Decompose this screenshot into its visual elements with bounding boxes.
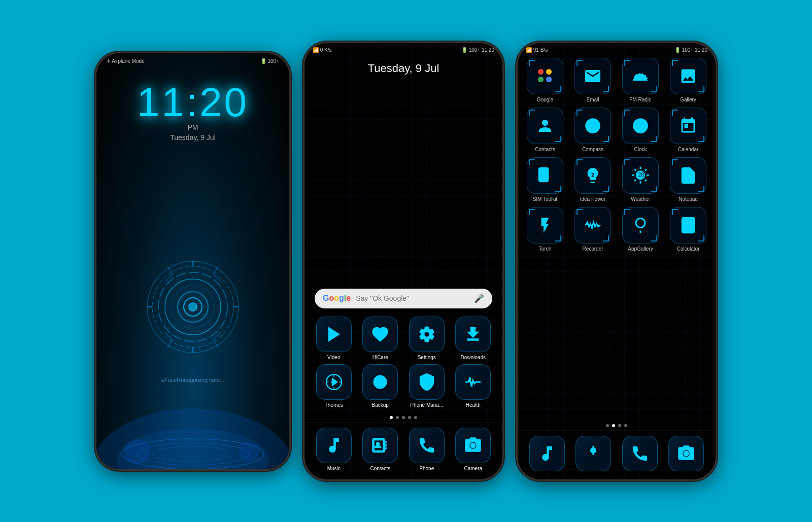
svg-point-20: [331, 379, 336, 384]
settings-icon: [409, 317, 445, 352]
app-health[interactable]: Health: [452, 364, 495, 408]
compass-icon: N: [574, 108, 611, 144]
drawer-ideapower[interactable]: 2 Idea Power: [571, 157, 614, 202]
home-time: 🔋 100+ 11:20: [461, 47, 494, 53]
drawer-dock-contacts[interactable]: [572, 436, 615, 471]
drawer-dock-camera[interactable]: [665, 436, 708, 471]
drawer-page-dots: [518, 424, 716, 427]
drawer-clock[interactable]: Clock: [619, 108, 662, 152]
backup-label: Backup: [372, 402, 389, 408]
contacts-dock-icon: [362, 428, 398, 463]
dot-2: [396, 416, 399, 419]
drawer-appgallery[interactable]: AppGallery: [619, 207, 662, 252]
app-backup[interactable]: Backup: [359, 364, 402, 408]
dot-1: [390, 416, 393, 419]
drawer-time: 🔋 100+ 11:20: [674, 47, 707, 53]
calendar-label: Calendar: [678, 147, 699, 152]
drawer-notepad[interactable]: Notepad: [667, 157, 709, 202]
drawer-simtoolkit[interactable]: SIM Toolkit: [524, 157, 566, 202]
phone-lockscreen: ✈ Airplane Mode 🔋 100+ 11:20 PM Tuesday,…: [96, 53, 289, 469]
video-icon: [316, 317, 352, 352]
torch-icon: [527, 207, 563, 243]
lock-time: 11:20: [137, 79, 249, 126]
appgallery-label: AppGallery: [628, 246, 653, 252]
phone-appdrawer: 📶 91 B/s 🔋 100+ 11:20 Google: [518, 43, 716, 479]
drawer-dot-2: [612, 424, 615, 427]
drawer-fmradio[interactable]: FM FM Radio: [619, 58, 662, 102]
drawer-torch[interactable]: Torch: [524, 207, 566, 252]
clock-icon: [622, 108, 659, 144]
dock: Music Contacts Phone: [304, 422, 502, 479]
fmradio-label: FM Radio: [629, 97, 651, 102]
app-hicare[interactable]: HiCare: [359, 317, 402, 360]
downloads-icon: [455, 317, 491, 352]
simtoolkit-label: SIM Toolkit: [533, 196, 558, 202]
camera-dock-icon: [455, 428, 491, 463]
dot-4: [408, 416, 411, 419]
ideapower-label: Idea Power: [580, 196, 606, 202]
drawer-music-icon: [529, 436, 565, 471]
calendar-icon: [670, 108, 706, 144]
email-label: Email: [586, 97, 599, 102]
app-downloads[interactable]: Downloads: [452, 317, 495, 360]
drawer-dock-phone[interactable]: [619, 436, 661, 471]
notepad-icon: [670, 157, 706, 194]
search-placeholder: Say "Ok Google": [356, 294, 469, 302]
dock-music[interactable]: Music: [313, 428, 355, 471]
settings-label: Settings: [418, 355, 436, 360]
drawer-contacts[interactable]: Contacts: [524, 108, 566, 152]
drawer-gallery[interactable]: Gallery: [667, 58, 709, 102]
drawer-recorder[interactable]: Recorder: [571, 207, 614, 252]
camera-dock-label: Camera: [464, 466, 482, 471]
drawer-compass[interactable]: N Compass: [571, 108, 614, 152]
home-status-bar: 📶 0 K/s 🔋 100+ 11:20: [304, 43, 502, 53]
page-dots: [304, 416, 502, 419]
app-drawer-grid: Google Email FM: [518, 53, 716, 421]
phonemanager-label: Phone Mana...: [410, 402, 443, 408]
calculator-label: Calculator: [676, 246, 699, 252]
dock-contacts[interactable]: Contacts: [359, 428, 402, 471]
drawer-signal: 📶 91 B/s: [526, 47, 548, 53]
app-settings[interactable]: Settings: [405, 317, 448, 360]
google-drawer-icon: [527, 58, 563, 94]
svg-text:2: 2: [591, 172, 594, 178]
drawer-calculator[interactable]: + - × = Calculator: [667, 207, 709, 252]
app-themes[interactable]: Themes: [313, 364, 355, 408]
app-video[interactable]: Video: [313, 317, 355, 360]
svg-point-18: [239, 441, 259, 462]
svg-text:28: 28: [638, 171, 645, 177]
hud-circle: [142, 256, 244, 358]
drawer-weather[interactable]: 28 Weather: [619, 157, 662, 202]
dock-camera[interactable]: Camera: [452, 428, 495, 471]
google-label: Google: [537, 97, 553, 102]
drawer-dot-1: [606, 424, 609, 427]
drawer-email[interactable]: Email: [571, 58, 614, 102]
hicare-icon: [362, 317, 398, 352]
drawer-status-bar: 📶 91 B/s 🔋 100+ 11:20: [518, 43, 716, 53]
ideapower-icon: 2: [574, 157, 611, 194]
dot-3: [402, 416, 405, 419]
app-phonemanager[interactable]: Phone Mana...: [405, 364, 448, 408]
themes-icon: [316, 364, 352, 400]
drawer-dot-4: [624, 424, 627, 427]
drawer-dock-music[interactable]: [526, 436, 568, 471]
weather-label: Weather: [631, 196, 650, 202]
svg-point-7: [189, 303, 197, 311]
video-label: Video: [327, 355, 340, 360]
dock-phone[interactable]: Phone: [405, 428, 448, 471]
drawer-calendar[interactable]: Calendar: [667, 108, 709, 152]
backup-icon: [362, 364, 398, 400]
microphone-icon[interactable]: 🎤: [474, 294, 484, 303]
hicare-label: HiCare: [373, 355, 388, 360]
google-search-bar[interactable]: Google Say "Ok Google" 🎤: [315, 289, 492, 308]
simtoolkit-icon: [527, 157, 563, 194]
torch-label: Torch: [539, 246, 551, 252]
lock-ampm: PM: [188, 123, 198, 131]
email-icon: [574, 58, 611, 94]
contacts-label: Contacts: [535, 147, 555, 152]
music-icon: [316, 428, 352, 463]
airplane-mode: ✈ Airplane Mode: [107, 58, 145, 64]
drawer-google[interactable]: Google: [524, 58, 566, 102]
phone-dock-icon: [409, 428, 445, 463]
drawer-dock: [518, 430, 716, 479]
